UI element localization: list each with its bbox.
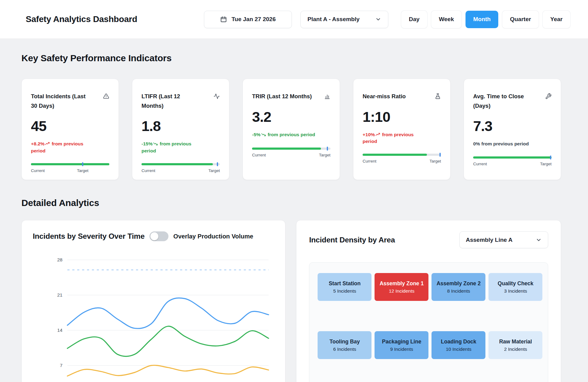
- severity-chart-card: Incidents by Severity Over Time Overlay …: [21, 220, 285, 382]
- kpi-title: TRIR (Last 12 Months): [252, 92, 312, 101]
- target-label: Target: [208, 168, 220, 173]
- kpi-delta: 0% from previous period: [473, 141, 552, 147]
- detailed-analytics-heading: Detailed Analytics: [21, 198, 561, 208]
- target-label: Target: [319, 153, 330, 157]
- current-label: Current: [252, 153, 266, 157]
- kpi-card-row: Total Incidents (Last 30 Days) 45 +8.2% …: [21, 79, 561, 180]
- target-marker: [550, 155, 551, 159]
- toggle-knob: [150, 232, 158, 240]
- kpi-delta: -15% from previous period: [141, 141, 202, 154]
- kpi-progress: Current Target: [363, 154, 441, 165]
- target-label: Target: [77, 168, 89, 173]
- heat-tile-loading-dock[interactable]: Loading Dock 10 Incidents: [432, 331, 485, 359]
- period-button-month[interactable]: Month: [466, 11, 498, 28]
- progress-fill: [252, 148, 321, 150]
- period-button-quarter[interactable]: Quarter: [502, 11, 539, 28]
- progress-track: [363, 154, 441, 156]
- heat-tile-tooling-bay[interactable]: Tooling Bay 6 Incidents: [318, 331, 371, 359]
- heat-tile-assembly-zone-2[interactable]: Assembly Zone 2 8 Incidents: [432, 273, 485, 301]
- heat-tile-quality-check[interactable]: Quality Check 3 Incidents: [488, 273, 542, 301]
- date-label: Tue Jan 27 2026: [232, 16, 276, 23]
- plant-selector-value: Plant A - Assembly: [307, 16, 360, 23]
- trend-up-icon: [375, 132, 380, 138]
- overlay-production-toggle[interactable]: [149, 231, 168, 241]
- progress-fill: [473, 156, 552, 159]
- wrench-icon: [545, 93, 552, 101]
- calendar-icon: [220, 16, 227, 23]
- page-title: Safety Analytics Dashboard: [26, 14, 137, 24]
- trend-up-icon: [45, 141, 50, 148]
- heat-tile-assembly-zone-1[interactable]: Assembly Zone 1 12 Incidents: [375, 273, 428, 301]
- period-toggle-group: Day Week Month Quarter Year: [401, 11, 570, 28]
- bar-chart-icon: [324, 93, 330, 101]
- plant-selector[interactable]: Plant A - Assembly: [300, 11, 388, 28]
- current-label: Current: [363, 159, 376, 163]
- heat-tile-start-station[interactable]: Start Station 5 Incidents: [318, 273, 371, 301]
- svg-text:21: 21: [57, 292, 62, 298]
- date-picker-button[interactable]: Tue Jan 27 2026: [204, 11, 292, 28]
- app-header: Safety Analytics Dashboard Tue Jan 27 20…: [0, 0, 588, 39]
- kpi-delta: +8.2% from previous period: [31, 141, 91, 154]
- kpi-card-total-incidents: Total Incidents (Last 30 Days) 45 +8.2% …: [21, 79, 119, 180]
- kpi-delta: +10% from previous period: [363, 132, 423, 144]
- target-label: Target: [540, 162, 552, 166]
- kpi-value: 3.2: [252, 109, 330, 124]
- heat-tile-raw-material[interactable]: Raw Material 2 Incidents: [488, 331, 542, 359]
- detail-card-row: Incidents by Severity Over Time Overlay …: [21, 220, 561, 382]
- alert-triangle-icon: [103, 93, 109, 101]
- heatmap-grid: Start Station 5 Incidents Assembly Zone …: [318, 273, 540, 359]
- period-button-week[interactable]: Week: [431, 11, 462, 28]
- kpi-card-avg-time-to-close: Avg. Time to Close (Days) 7.3 0% from pr…: [464, 79, 561, 180]
- progress-track: [31, 163, 109, 165]
- kpi-value: 7.3: [473, 118, 552, 133]
- area-selector-value: Assembly Line A: [466, 237, 512, 243]
- kpi-progress: Current Target: [473, 156, 552, 168]
- kpi-title: Total Incidents (Last 30 Days): [31, 92, 89, 110]
- svg-text:28: 28: [57, 257, 62, 262]
- target-marker: [82, 162, 83, 166]
- chevron-down-icon: [536, 237, 542, 243]
- incident-density-title: Incident Density by Area: [309, 236, 395, 244]
- period-button-day[interactable]: Day: [401, 11, 427, 28]
- incident-density-card: Incident Density by Area Assembly Line A…: [296, 220, 561, 382]
- progress-track: [473, 156, 552, 159]
- kpi-value: 45: [31, 118, 109, 133]
- severity-line-chart: 2821147: [22, 246, 285, 382]
- svg-text:14: 14: [57, 328, 63, 333]
- kpi-card-ltifr: LTIFR (Last 12 Months) 1.8 -15% from pre…: [132, 79, 229, 180]
- target-marker: [439, 153, 441, 157]
- progress-track: [252, 148, 330, 150]
- kpi-title: LTIFR (Last 12 Months): [141, 92, 200, 110]
- period-button-year[interactable]: Year: [543, 11, 570, 28]
- chevron-down-icon: [375, 16, 381, 22]
- progress-track: [141, 163, 220, 165]
- kpi-progress: Current Target: [252, 148, 330, 159]
- kpi-value: 1.8: [141, 118, 220, 133]
- target-marker: [217, 162, 218, 166]
- activity-icon: [213, 93, 220, 101]
- kpi-delta: -5% from previous period: [252, 132, 330, 138]
- severity-chart-title: Incidents by Severity Over Time: [33, 232, 145, 241]
- progress-fill: [141, 163, 213, 165]
- kpi-value: 1:10: [363, 109, 441, 124]
- kpi-progress: Current Target: [141, 163, 220, 174]
- progress-fill: [31, 163, 109, 165]
- svg-text:7: 7: [60, 363, 62, 368]
- target-label: Target: [429, 159, 441, 163]
- kpi-title: Avg. Time to Close (Days): [473, 92, 531, 110]
- current-label: Current: [473, 162, 487, 166]
- trend-down-icon: [153, 141, 158, 148]
- kpi-progress: Current Target: [31, 163, 109, 174]
- area-selector[interactable]: Assembly Line A: [459, 231, 548, 248]
- flask-icon: [435, 93, 441, 101]
- kpi-card-near-miss-ratio: Near-miss Ratio 1:10 +10% from previous …: [353, 79, 450, 180]
- heat-tile-packaging-line[interactable]: Packaging Line 9 Incidents: [375, 331, 428, 359]
- current-label: Current: [141, 168, 155, 173]
- kpi-title: Near-miss Ratio: [363, 92, 406, 101]
- progress-fill: [363, 154, 427, 156]
- kpi-card-trir: TRIR (Last 12 Months) 3.2 -5% from previ…: [243, 79, 340, 180]
- heatmap-panel: Start Station 5 Incidents Assembly Zone …: [309, 262, 548, 382]
- overlay-toggle-label: Overlay Production Volume: [173, 233, 253, 240]
- trend-down-icon: [261, 132, 266, 138]
- dashboard-main: Key Safety Performance Indicators Total …: [0, 53, 588, 382]
